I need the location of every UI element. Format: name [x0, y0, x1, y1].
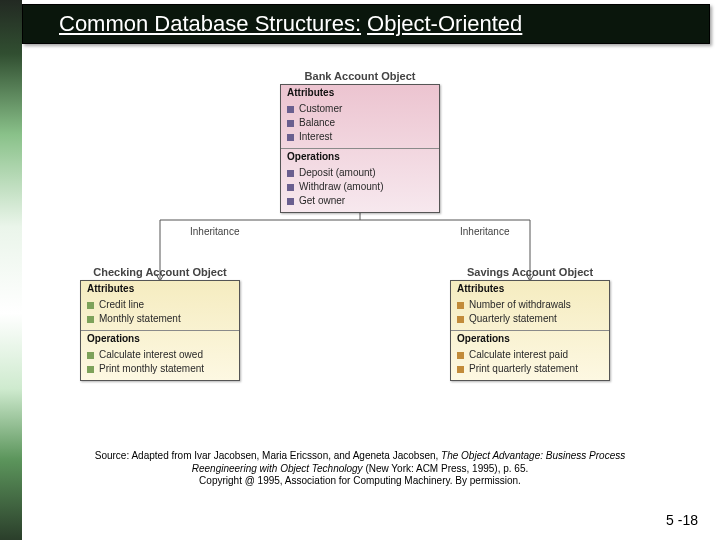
bullet-icon — [287, 106, 294, 113]
decorative-left-strip — [0, 0, 22, 540]
source-citation: Source: Adapted from Ivar Jacobsen, Mari… — [50, 450, 670, 488]
list-item: Deposit (amount) — [287, 166, 433, 180]
bullet-icon — [457, 316, 464, 323]
title-part2: Object-Oriented — [367, 11, 522, 37]
source-line1-pre: Source: Adapted from Ivar Jacobsen, Mari… — [95, 450, 441, 461]
bullet-icon — [287, 184, 294, 191]
bullet-icon — [287, 198, 294, 205]
inheritance-label-right: Inheritance — [460, 226, 509, 237]
list-item: Calculate interest paid — [457, 348, 603, 362]
list-item: Withdraw (amount) — [287, 180, 433, 194]
source-line2-post: (New York: ACM Press, 1995), p. 65. — [363, 463, 529, 474]
bullet-icon — [287, 170, 294, 177]
source-line3: Copyright @ 1995, Association for Comput… — [199, 475, 521, 486]
savings-object-box: Attributes Number of withdrawals Quarter… — [450, 280, 610, 381]
source-line1-ital: The Object Advantage: Business Process — [441, 450, 625, 461]
object-diagram: Inheritance Inheritance Bank Account Obj… — [60, 70, 660, 410]
bullet-icon — [457, 302, 464, 309]
bank-attr-header: Attributes — [281, 85, 439, 100]
list-item: Monthly statement — [87, 312, 233, 326]
list-item: Get owner — [287, 194, 433, 208]
savings-ops-header: Operations — [451, 330, 609, 346]
savings-object-label: Savings Account Object — [450, 266, 610, 278]
bullet-icon — [287, 134, 294, 141]
title-bar: Common Database Structures: Object-Orien… — [22, 4, 710, 44]
list-item: Interest — [287, 130, 433, 144]
inheritance-label-left: Inheritance — [190, 226, 239, 237]
checking-ops-header: Operations — [81, 330, 239, 346]
checking-object-label: Checking Account Object — [80, 266, 240, 278]
bullet-icon — [87, 366, 94, 373]
bullet-icon — [87, 302, 94, 309]
savings-attr-header: Attributes — [451, 281, 609, 296]
checking-attr-header: Attributes — [81, 281, 239, 296]
bullet-icon — [457, 366, 464, 373]
list-item: Customer — [287, 102, 433, 116]
page-number: 5 -18 — [666, 512, 698, 528]
list-item: Print monthly statement — [87, 362, 233, 376]
bank-object-box: Attributes Customer Balance Interest Ope… — [280, 84, 440, 213]
list-item: Quarterly statement — [457, 312, 603, 326]
bullet-icon — [87, 316, 94, 323]
list-item: Calculate interest owed — [87, 348, 233, 362]
bullet-icon — [287, 120, 294, 127]
checking-object-box: Attributes Credit line Monthly statement… — [80, 280, 240, 381]
bullet-icon — [457, 352, 464, 359]
bank-object-label: Bank Account Object — [280, 70, 440, 82]
list-item: Credit line — [87, 298, 233, 312]
list-item: Number of withdrawals — [457, 298, 603, 312]
list-item: Print quarterly statement — [457, 362, 603, 376]
bullet-icon — [87, 352, 94, 359]
source-line2-ital: Reengineering with Object Technology — [192, 463, 363, 474]
bank-ops-header: Operations — [281, 148, 439, 164]
title-part1: Common Database Structures: — [59, 11, 361, 37]
list-item: Balance — [287, 116, 433, 130]
